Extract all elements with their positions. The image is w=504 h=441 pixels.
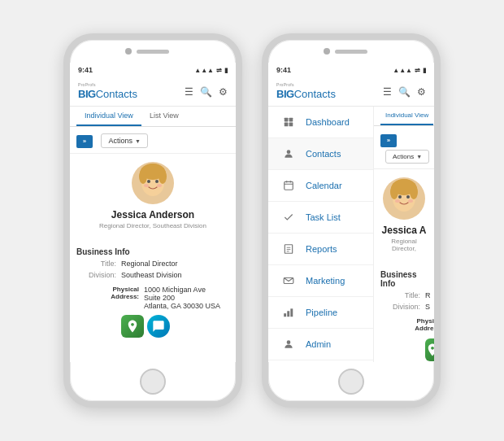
- title-label-1: Title:: [76, 260, 121, 268]
- phone-speaker: [137, 50, 169, 54]
- pipeline-label: Pipeline: [306, 308, 337, 317]
- phone-home-button-2[interactable]: [338, 369, 364, 395]
- svg-rect-10: [289, 118, 293, 122]
- wifi-icon: ⇌: [216, 67, 222, 74]
- svg-point-26: [287, 340, 291, 344]
- chat-icon[interactable]: [147, 315, 170, 338]
- pipeline-icon: [281, 305, 296, 320]
- contact-title-1: Regional Director, Southeast Division: [76, 222, 229, 229]
- section-business-info-2: Business Info: [374, 267, 434, 290]
- expand-button-2[interactable]: »: [380, 134, 397, 147]
- reports-label: Reports: [306, 244, 337, 254]
- logo-big-2: BIG: [276, 88, 294, 100]
- info-row-division-2: Division: S: [374, 301, 434, 312]
- phone-vol-up: [63, 113, 66, 136]
- menu-item-pipeline[interactable]: Pipeline: [268, 297, 373, 329]
- menu-item-tasklist[interactable]: Task List: [268, 202, 373, 234]
- contact-name-1: Jessica Anderson: [76, 209, 229, 220]
- logo-bigcontacts: BIGContacts: [78, 87, 137, 100]
- reports-icon: [281, 242, 296, 256]
- section-business-info-1: Business Info: [70, 244, 236, 258]
- admin-icon: [281, 337, 296, 351]
- division-label-1: Division:: [76, 271, 121, 279]
- svg-point-7: [139, 169, 147, 184]
- svg-point-30: [406, 195, 410, 199]
- svg-point-29: [398, 195, 402, 199]
- info-row-title-1: Title: Regional Director: [70, 258, 236, 269]
- app-header-1: ProProfs BIGContacts ☰ 🔍 ⚙: [70, 77, 236, 107]
- svg-rect-18: [285, 245, 292, 254]
- logo-contacts: Contacts: [96, 88, 137, 100]
- phone2-right-panel: Individual View Lis » Actions ▼: [374, 107, 434, 362]
- logo-big: BIG: [78, 88, 96, 100]
- phone-camera-2: [324, 48, 330, 55]
- title-label-2: Title:: [380, 291, 425, 299]
- status-bar-1: 9:41 ▲▲▲ ⇌ ▮: [70, 63, 236, 77]
- phone-screen-1: 9:41 ▲▲▲ ⇌ ▮ ProProfs BIGContacts ☰ 🔍: [70, 63, 236, 362]
- svg-rect-11: [285, 123, 289, 127]
- avatar-svg-2: [383, 177, 425, 220]
- wifi-icon-2: ⇌: [415, 67, 420, 74]
- actions-arrow-icon-2: ▼: [416, 154, 422, 159]
- menu-item-calendar[interactable]: Calendar: [268, 170, 373, 202]
- logo-area-2: ProProfs BIGContacts: [276, 83, 336, 100]
- phone-1: 9:41 ▲▲▲ ⇌ ▮ ProProfs BIGContacts ☰ 🔍: [63, 33, 242, 408]
- address-section-1: Physical Address: 1000 Michigan Ave Suit…: [70, 281, 236, 341]
- menu-item-admin[interactable]: Admin: [268, 329, 373, 360]
- settings-icon-2[interactable]: ⚙: [417, 86, 426, 98]
- svg-point-8: [159, 169, 167, 184]
- contacts-label: Contacts: [306, 149, 341, 159]
- maps-icon-2[interactable]: [425, 338, 434, 361]
- svg-point-3: [155, 180, 159, 183]
- svg-point-34: [390, 185, 398, 199]
- address-value-1: 1000 Michigan Ave Suite 200 Atlanta, GA …: [144, 286, 223, 310]
- search-icon-2[interactable]: 🔍: [398, 86, 411, 98]
- address-line2: Suite 200: [144, 294, 223, 302]
- svg-point-32: [408, 199, 413, 203]
- phone-side-button: [240, 121, 242, 154]
- menu-item-reports[interactable]: Reports: [268, 234, 373, 265]
- phone-home-button[interactable]: [140, 369, 166, 395]
- address-icons-2: [380, 338, 428, 361]
- actions-button-2[interactable]: Actions ▼: [385, 150, 429, 164]
- address-label-1: Physical Address:: [83, 286, 144, 310]
- calendar-label: Calendar: [306, 181, 342, 190]
- marketing-label: Marketing: [306, 276, 345, 286]
- nav-overlay: Dashboard Contacts: [268, 107, 374, 362]
- maps-icon[interactable]: [121, 315, 144, 338]
- expand-button[interactable]: »: [76, 135, 93, 148]
- admin-label: Admin: [306, 339, 331, 349]
- tab-list-view[interactable]: List View: [141, 107, 187, 126]
- status-icons: ▲▲▲ ⇌ ▮: [194, 67, 228, 74]
- svg-point-35: [410, 185, 418, 199]
- battery-icon-2: ▮: [423, 67, 426, 74]
- tab-individual-view[interactable]: Individual View: [76, 107, 141, 126]
- menu-icon[interactable]: ☰: [185, 86, 193, 98]
- contact-area-2: Jessica A Regional Director,: [374, 169, 434, 267]
- status-bar-2: 9:41 ▲▲▲ ⇌ ▮: [268, 63, 434, 77]
- tab-individual-view-2[interactable]: Individual View: [380, 107, 433, 125]
- menu-item-contacts[interactable]: Contacts: [268, 138, 373, 170]
- status-icons-2: ▲▲▲ ⇌ ▮: [393, 67, 426, 74]
- search-icon[interactable]: 🔍: [200, 86, 212, 98]
- avatar-svg: [132, 162, 174, 204]
- menu-icon-2[interactable]: ☰: [383, 86, 392, 98]
- menu-item-marketing[interactable]: Marketing: [268, 265, 373, 297]
- header-icons-2: ☰ 🔍 ⚙: [383, 86, 426, 98]
- phone2-main: Dashboard Contacts: [268, 107, 434, 362]
- svg-point-5: [157, 184, 162, 187]
- tab-list-view-2[interactable]: Lis: [433, 107, 434, 125]
- phone-vol-down: [63, 144, 66, 167]
- address-line3: Atlanta, GA 30030 USA: [144, 302, 223, 310]
- address-icons-1: [76, 315, 229, 338]
- division-value-1: Southeast Division: [121, 271, 229, 279]
- svg-rect-23: [284, 313, 286, 317]
- address-row-1: Physical Address: 1000 Michigan Ave Suit…: [76, 284, 229, 312]
- address-row-2: Physical Address: 1 A: [380, 316, 428, 335]
- svg-point-2: [147, 180, 150, 183]
- settings-icon[interactable]: ⚙: [219, 86, 228, 98]
- phone-vol-down-2: [262, 144, 264, 167]
- actions-button[interactable]: Actions ▼: [101, 133, 147, 148]
- svg-rect-12: [289, 123, 293, 127]
- menu-item-dashboard[interactable]: Dashboard: [268, 107, 373, 138]
